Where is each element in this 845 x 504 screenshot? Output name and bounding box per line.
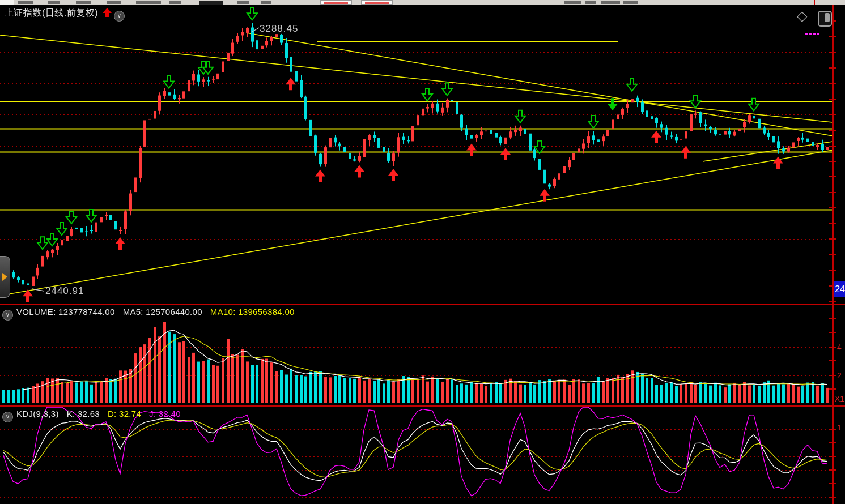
- kdj-title: KDJ(9,3,3): [16, 409, 59, 418]
- toolbar-fragment: [76, 1, 91, 4]
- kdj-axis-label: 1: [837, 423, 842, 432]
- toolbar-fragment[interactable]: [361, 0, 393, 5]
- toolbar-fragment: [623, 1, 638, 4]
- volume-axis-label-2: 2: [837, 371, 842, 380]
- kdj-k-value: K: 32.63: [67, 409, 100, 418]
- toolbar-fragment: [585, 1, 596, 4]
- price-axis-badge: 24: [834, 281, 845, 297]
- kdj-j-value: J: 32.40: [149, 409, 181, 418]
- sidebar-collapse-handle[interactable]: [0, 256, 10, 298]
- toolbar-fragment: [199, 1, 223, 5]
- chart-canvas[interactable]: [0, 5, 845, 504]
- collapse-kdj-icon[interactable]: ∨: [2, 412, 13, 422]
- toolbar-fragment: [601, 1, 620, 4]
- volume-value: VOLUME: 123778744.00: [16, 307, 115, 317]
- chevron-down-icon[interactable]: ∨: [114, 11, 125, 22]
- low-price-label: 2440.91: [45, 285, 84, 297]
- page-title: 上证指数(日线.前复权): [5, 8, 98, 18]
- app-window: 上证指数(日线.前复权)∨ 3288.45 2440.91 ◇ 24 ∨VOLU…: [0, 0, 845, 504]
- volume-ma10-value: MA10: 139656384.00: [210, 307, 295, 317]
- up-arrow-icon: [103, 8, 112, 17]
- volume-panel-header: ∨VOLUME: 123778744.00MA5: 125706440.00MA…: [2, 307, 303, 321]
- volume-multiplier-label: X1: [835, 394, 844, 403]
- toolbar-fragment: [0, 0, 14, 5]
- diamond-tool-icon[interactable]: ◇: [797, 8, 807, 24]
- peak-price-label: 3288.45: [260, 23, 298, 35]
- kdj-d-value: D: 32.74: [108, 409, 141, 418]
- magenta-dots-icon: [805, 33, 808, 35]
- toolbar-fragment: [169, 1, 181, 4]
- volume-axis-label-4: 4: [837, 343, 842, 352]
- toolbar-fragment: [136, 1, 161, 4]
- toolbar-fragment: [237, 1, 249, 4]
- toolbar-fragment: [564, 1, 581, 4]
- toolbar-fragment: [107, 1, 121, 4]
- toolbar-fragment: [18, 1, 33, 4]
- kdj-panel-header: ∨KDJ(9,3,3)K: 32.63D: 32.74J: 32.40: [2, 409, 189, 422]
- toolbar-fragment: [814, 0, 815, 5]
- volume-ma5-value: MA5: 125706440.00: [123, 307, 202, 317]
- toolbar-fragment: [261, 1, 271, 4]
- collapse-volume-icon[interactable]: ∨: [2, 310, 13, 321]
- toolbar-fragment[interactable]: [320, 0, 352, 5]
- chart-title-bar: 上证指数(日线.前复权)∨: [5, 7, 125, 22]
- toolbar-fragment: [48, 1, 60, 4]
- window-switch-icon[interactable]: [818, 11, 832, 27]
